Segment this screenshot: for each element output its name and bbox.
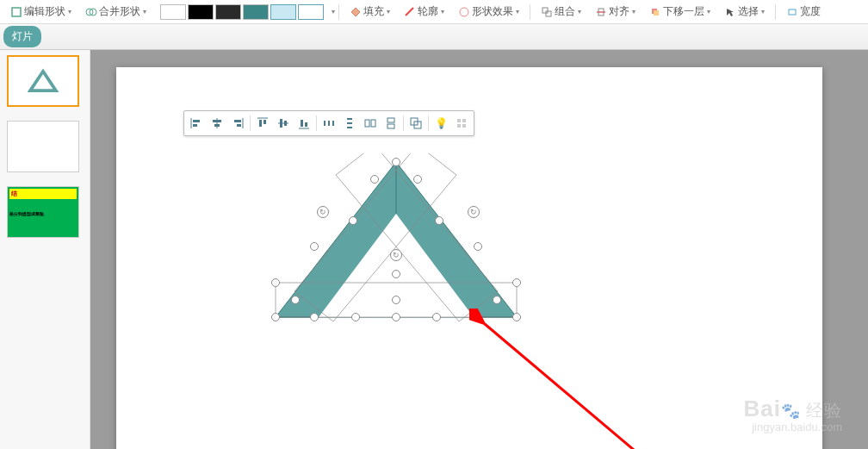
ribbon-separator <box>530 4 530 20</box>
resize-handle[interactable] <box>413 175 422 184</box>
swatch-white[interactable] <box>160 4 186 20</box>
resize-handle[interactable] <box>310 313 319 321</box>
svg-marker-11 <box>30 72 56 90</box>
svg-rect-13 <box>193 120 200 122</box>
merge-shape-button[interactable]: 合并形状 ▾ <box>80 3 152 21</box>
ribbon-separator <box>775 4 776 20</box>
equal-height-icon[interactable] <box>381 113 401 134</box>
outline-icon <box>404 6 416 18</box>
width-label: 宽度 <box>800 4 821 19</box>
move-down-button[interactable]: 下移一层 ▾ <box>644 3 716 21</box>
select-button[interactable]: 选择 ▾ <box>719 3 770 21</box>
resize-handle[interactable] <box>349 216 357 225</box>
toolbar-separator <box>403 115 404 131</box>
resize-handle[interactable] <box>392 296 400 304</box>
resize-handle[interactable] <box>291 296 300 304</box>
resize-handle[interactable] <box>351 313 360 321</box>
svg-rect-25 <box>280 119 282 128</box>
equal-width-icon[interactable] <box>360 113 381 134</box>
rotation-handle[interactable]: ↻ <box>390 249 402 261</box>
svg-rect-10 <box>789 9 796 15</box>
resize-handle[interactable] <box>392 158 400 166</box>
edit-shape-button[interactable]: 编辑形状 ▾ <box>5 3 77 21</box>
resize-handle[interactable] <box>435 216 443 225</box>
toolbar-separator <box>250 115 251 131</box>
distribute-v-icon[interactable] <box>339 113 360 134</box>
svg-rect-28 <box>301 120 303 127</box>
slide-thumb-1[interactable] <box>7 55 79 107</box>
merge-shape-icon <box>85 6 97 18</box>
shape-selection[interactable]: ↻ ↻ ↻ <box>263 153 530 326</box>
select-icon <box>724 6 736 18</box>
svg-rect-9 <box>654 10 659 16</box>
chevron-down-icon: ▾ <box>441 8 444 16</box>
thumb-title: 结 <box>9 189 77 199</box>
swatch-lightblue[interactable] <box>270 4 296 20</box>
ribbon-separator <box>338 4 339 20</box>
slide-thumb-2[interactable] <box>7 121 79 172</box>
resize-handle[interactable] <box>493 296 501 304</box>
resize-handle[interactable] <box>310 242 319 251</box>
group-label: 组合 <box>555 4 575 19</box>
svg-rect-34 <box>347 122 352 124</box>
more-options-icon[interactable] <box>451 113 472 134</box>
slide-tab[interactable]: 灯片 <box>3 26 41 47</box>
resize-handle[interactable] <box>370 175 379 184</box>
swatch-dark[interactable] <box>215 4 241 20</box>
width-button[interactable]: 宽度 <box>781 3 826 21</box>
align-center-h-icon[interactable] <box>207 113 227 134</box>
svg-rect-33 <box>347 118 352 120</box>
resize-handle[interactable] <box>271 313 280 321</box>
fill-label: 填充 <box>363 4 384 19</box>
resize-handle[interactable] <box>392 270 400 278</box>
shape-effects-label: 形状效果 <box>472 4 513 19</box>
distribute-h-icon[interactable] <box>319 113 339 134</box>
swatch-more-icon[interactable]: ▾ <box>332 8 335 16</box>
group-icon <box>541 6 553 18</box>
chevron-down-icon: ▾ <box>632 8 636 16</box>
svg-rect-17 <box>214 124 220 127</box>
swatch-outline[interactable] <box>298 4 324 20</box>
group-icon[interactable] <box>406 113 426 134</box>
align-right-icon[interactable] <box>227 113 248 134</box>
resize-handle[interactable] <box>512 278 521 287</box>
svg-rect-14 <box>193 124 197 127</box>
align-button[interactable]: 对齐 ▾ <box>590 3 641 21</box>
group-button[interactable]: 组合 ▾ <box>536 3 586 21</box>
lightbulb-icon[interactable]: 💡 <box>431 113 451 134</box>
merge-shape-label: 合并形状 <box>99 4 140 19</box>
toolbar-separator <box>428 115 429 131</box>
align-top-icon[interactable] <box>252 113 273 134</box>
swatch-black[interactable] <box>188 4 214 20</box>
resize-handle[interactable] <box>392 313 400 321</box>
annotation-arrow <box>469 309 659 449</box>
resize-handle[interactable] <box>271 278 280 287</box>
slide-canvas[interactable]: 💡 <box>116 67 822 449</box>
edit-shape-icon <box>10 6 22 18</box>
toolbar-separator <box>316 115 317 131</box>
resize-handle[interactable] <box>432 313 441 321</box>
svg-rect-29 <box>305 122 307 127</box>
svg-rect-43 <box>462 119 466 122</box>
rotation-handle[interactable]: ↻ <box>468 206 480 218</box>
resize-handle[interactable] <box>474 242 482 251</box>
svg-rect-23 <box>264 120 266 124</box>
svg-rect-45 <box>462 124 466 128</box>
rotation-handle[interactable]: ↻ <box>317 206 329 218</box>
align-middle-v-icon[interactable] <box>273 113 294 134</box>
svg-rect-16 <box>213 120 221 122</box>
align-left-icon[interactable] <box>186 113 207 134</box>
swatch-teal[interactable] <box>243 4 269 20</box>
shape-effects-button[interactable]: 形状效果 ▾ <box>453 3 524 21</box>
svg-rect-19 <box>234 120 241 122</box>
slide-thumb-3[interactable]: 结 格分到提型成整险. <box>7 186 79 238</box>
thumb-text: 格分到提型成整险. <box>9 211 77 216</box>
main-ribbon: 编辑形状 ▾ 合并形状 ▾ ▾ 填充 ▾ 轮廓 ▾ <box>0 0 868 24</box>
chevron-down-icon: ▾ <box>68 8 71 16</box>
outline-button[interactable]: 轮廓 ▾ <box>399 3 450 21</box>
chevron-down-icon: ▾ <box>387 8 390 16</box>
svg-rect-4 <box>542 8 548 13</box>
fill-button[interactable]: 填充 ▾ <box>344 3 395 21</box>
alignment-toolbar: 💡 <box>183 110 474 136</box>
align-bottom-icon[interactable] <box>294 113 314 134</box>
